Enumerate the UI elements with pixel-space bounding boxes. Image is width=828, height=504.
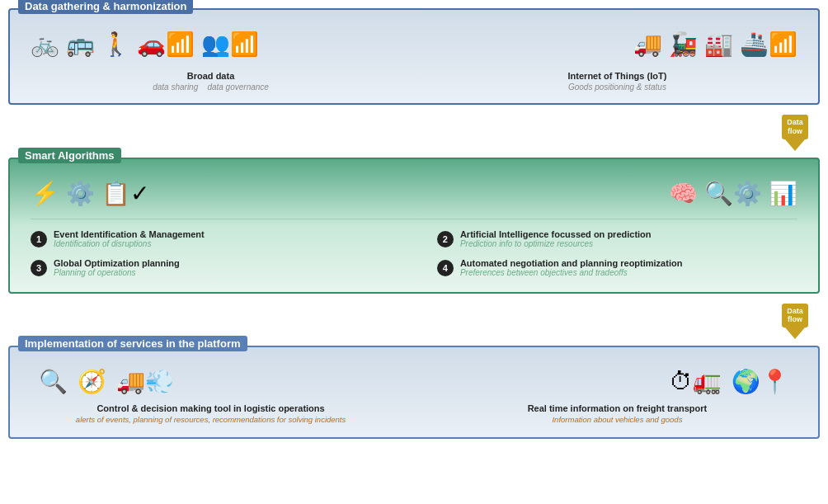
ship-wifi-icon: 🚢📶 [740,33,797,56]
data-flow-arrow-1: Dataflow [8,111,820,154]
forklift-icon: 🏭 [704,33,733,56]
impl-left-label: Control & decision making tool in logist… [31,403,391,413]
broad-data-sub: data sharing data governance [31,82,391,92]
bicycle-icon: 🚲 [31,33,59,56]
impl-right-sub: Information about vehicles and goods [437,415,797,424]
broad-data-icons: 🚲 🚌 🚶 🚗📶 👥📶 [31,33,259,56]
brain-icon: 🧠 [669,182,698,205]
iot-label-block: Internet of Things (IoT) Goods positioni… [437,71,797,92]
arrow-down-1 [785,139,805,151]
person-arrows-icon: 🧭 [78,370,106,393]
num-1: 1 [31,231,47,247]
globe-pin-icon: 🌍📍 [732,370,789,393]
chart-monitor-icon: 📊 [769,182,797,205]
algo-item-4: 4 Automated negotiation and planning reo… [437,258,797,277]
num-2: 2 [437,231,454,247]
algo-right-icons: 🧠 🔍⚙️ 📊 [669,182,797,205]
algorithms-header: Smart Algorithms [18,148,121,163]
train-icon: 🚂 [669,33,698,56]
algo-left-icons: ⚡ ⚙️ 📋✓ [31,182,149,205]
impl-right-icons: ⏱🚛 🌍📍 [670,370,789,393]
section-algorithms: Smart Algorithms ⚡ ⚙️ 📋✓ 🧠 🔍⚙️ 📊 1 Even [8,158,820,294]
clock-truck-icon: ⏱🚛 [670,370,722,393]
fast-truck-icon: 🚚💨 [116,370,174,393]
algo-item-2-title: Artificial Intelligence focussed on pred… [460,229,652,239]
algo-item-4-text: Automated negotiation and planning reopt… [460,258,683,277]
gathering-icons-row: 🚲 🚌 🚶 🚗📶 👥📶 🚚 🚂 🏭 🚢📶 [22,26,806,63]
broad-data-label: Broad data [31,71,391,81]
algo-item-4-title: Automated negotiation and planning reopt… [460,258,683,268]
num-4: 4 [437,260,454,276]
algo-items-row-2: 3 Global Optimization planning Planning … [22,253,806,282]
person-icon: 🚶 [101,33,130,56]
section-gathering: Data gathering & harmonization 🚲 🚌 🚶 🚗📶 … [8,8,820,105]
diagram-container: Data gathering & harmonization 🚲 🚌 🚶 🚗📶 … [8,8,820,439]
algo-divider [31,219,797,219]
algo-item-1-sub: Identification of disruptions [54,239,205,248]
gear-search-icon: 🔍⚙️ [704,182,762,205]
arrow-down-2 [785,327,805,339]
clipboard-check-icon: 📋✓ [101,182,149,205]
lightning-icon: ⚡ [31,182,59,205]
algo-item-1-text: Event Identification & Management Identi… [54,229,205,248]
algorithms-icons-row: ⚡ ⚙️ 📋✓ 🧠 🔍⚙️ 📊 [22,176,806,212]
flow-label-1: Dataflow [782,115,808,139]
gears-icon: ⚙️ [66,182,95,205]
impl-left-icons: 🔍 🧭 🚚💨 [39,370,174,393]
broad-data-label-block: Broad data data sharing data governance [31,71,391,92]
algo-item-1-title: Event Identification & Management [54,229,205,239]
algo-item-3: 3 Global Optimization planning Planning … [31,258,391,277]
bus-icon: 🚌 [66,33,95,56]
people-wifi-icon: 👥📶 [201,33,259,56]
num-3: 3 [31,260,47,276]
impl-right-col: Real time information on freight transpo… [437,403,797,424]
iot-label: Internet of Things (IoT) [437,71,797,81]
impl-right-label: Real time information on freight transpo… [437,403,797,413]
algo-item-3-title: Global Optimization planning [54,258,180,268]
impl-left-col: Control & decision making tool in logist… [31,403,391,424]
algo-items-row-1: 1 Event Identification & Management Iden… [22,224,806,253]
algo-item-2-text: Artificial Intelligence focussed on pred… [460,229,652,248]
impl-labels: Control & decision making tool in logist… [22,400,806,427]
flow-arrow-1: Dataflow [770,115,820,151]
flow-label-2: Dataflow [782,304,808,328]
algo-item-4-sub: Preferences between objectives and trade… [460,268,683,277]
magnify-icon: 🔍 [39,370,68,393]
gathering-header: Data gathering & harmonization [18,0,193,14]
gathering-labels: Broad data data sharing data governance … [22,69,806,93]
impl-left-sub: alerts of events, planning of resources,… [31,415,391,424]
section-implementation: Implementation of services in the platfo… [8,346,820,439]
algo-item-3-text: Global Optimization planning Planning of… [54,258,180,277]
iot-sub: Goods positioning & status [437,82,797,92]
flow-arrow-2: Dataflow [770,304,820,340]
algo-item-2-sub: Prediction info to optimize resources [460,239,652,248]
implementation-header: Implementation of services in the platfo… [18,336,247,351]
car-wifi-icon: 🚗📶 [137,33,195,56]
truck-icon: 🚚 [633,33,662,56]
impl-icons-row: 🔍 🧭 🚚💨 ⏱🚛 🌍📍 [22,364,806,400]
algo-item-1: 1 Event Identification & Management Iden… [31,229,391,248]
iot-icons: 🚚 🚂 🏭 🚢📶 [633,33,797,56]
algo-item-2: 2 Artificial Intelligence focussed on pr… [437,229,797,248]
algo-item-3-sub: Planning of operations [54,268,180,277]
